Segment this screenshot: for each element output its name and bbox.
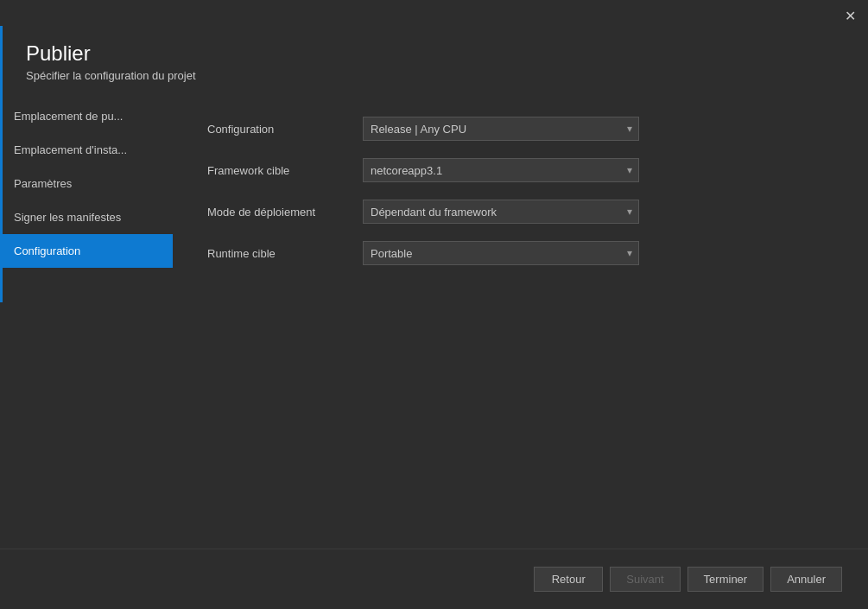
terminer-button[interactable]: Terminer: [687, 567, 764, 592]
suivant-button[interactable]: Suivant: [610, 567, 680, 592]
sidebar-item-emplacement-insta[interactable]: Emplacement d'insta...: [0, 133, 173, 167]
retour-button[interactable]: Retour: [534, 567, 603, 592]
title-bar: ✕: [0, 0, 868, 33]
sidebar-item-emplacement-pu[interactable]: Emplacement de pu...: [0, 99, 173, 133]
label-runtime: Runtime cible: [207, 247, 363, 260]
select-runtime[interactable]: Portable win-x64 linux-x64 osx-x64: [363, 241, 639, 265]
form-row-configuration: Configuration Release | Any CPU Debug | …: [207, 117, 833, 141]
select-wrapper-runtime: Portable win-x64 linux-x64 osx-x64: [363, 241, 639, 265]
sidebar-item-signer-manifestes[interactable]: Signer les manifestes: [0, 200, 173, 234]
select-configuration[interactable]: Release | Any CPU Debug | Any CPU Debug …: [363, 117, 639, 141]
close-button[interactable]: ✕: [840, 7, 859, 26]
label-mode-deploiement: Mode de déploiement: [207, 206, 363, 219]
select-framework[interactable]: netcoreapp3.1 netcoreapp3.0 net5.0: [363, 158, 639, 182]
label-configuration: Configuration: [207, 123, 363, 136]
publish-dialog: ✕ Publier Spécifier la configuration du …: [0, 0, 868, 609]
form-row-mode-deploiement: Mode de déploiement Dépendant du framewo…: [207, 200, 833, 224]
sidebar-item-parametres[interactable]: Paramètres: [0, 167, 173, 200]
form-row-framework: Framework cible netcoreapp3.1 netcoreapp…: [207, 158, 833, 182]
dialog-title: Publier: [26, 41, 842, 66]
sidebar-item-configuration[interactable]: Configuration: [0, 234, 173, 268]
select-wrapper-mode-deploiement: Dépendant du framework Autonome: [363, 200, 639, 224]
annuler-button[interactable]: Annuler: [770, 567, 842, 592]
main-panel: Configuration Release | Any CPU Debug | …: [173, 99, 868, 549]
dialog-header: Publier Spécifier la configuration du pr…: [0, 33, 868, 99]
sidebar: Emplacement de pu... Emplacement d'insta…: [0, 99, 173, 549]
select-mode-deploiement[interactable]: Dépendant du framework Autonome: [363, 200, 639, 224]
select-wrapper-configuration: Release | Any CPU Debug | Any CPU Debug …: [363, 117, 639, 141]
select-wrapper-framework: netcoreapp3.1 netcoreapp3.0 net5.0: [363, 158, 639, 182]
dialog-content: Emplacement de pu... Emplacement d'insta…: [0, 99, 868, 549]
label-framework: Framework cible: [207, 164, 363, 177]
dialog-subtitle: Spécifier la configuration du projet: [26, 69, 842, 82]
form-row-runtime: Runtime cible Portable win-x64 linux-x64…: [207, 241, 833, 265]
footer: Retour Suivant Terminer Annuler: [0, 549, 868, 609]
